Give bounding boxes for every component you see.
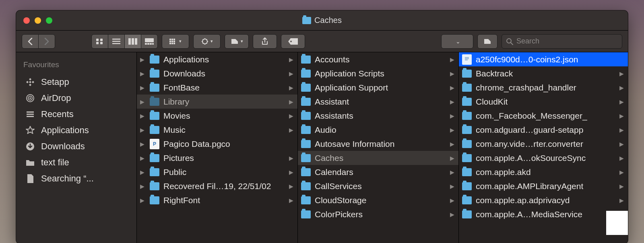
- folder-row[interactable]: ▶Public▶: [137, 165, 297, 179]
- gallery-view-button[interactable]: [141, 34, 158, 49]
- setapp-icon: [25, 77, 35, 87]
- item-name: Autosave Information: [315, 139, 394, 149]
- svg-rect-14: [152, 43, 154, 45]
- folder-row[interactable]: ▶Autosave Information▶: [298, 137, 458, 151]
- dropbox-button[interactable]: ▾: [225, 34, 249, 49]
- folder-row[interactable]: ▶Applications▶: [137, 52, 297, 66]
- folder-icon: [150, 112, 159, 120]
- preview-toggle-button[interactable]: [477, 34, 497, 49]
- folder-row[interactable]: ▶com._Facebook_Messenger_▶: [459, 109, 628, 123]
- share-button[interactable]: [253, 34, 277, 49]
- folder-row[interactable]: ▶Backtrack▶: [459, 66, 628, 80]
- disclosure-right-icon: ▶: [450, 70, 454, 77]
- folder-row[interactable]: ▶CloudStorage▶: [298, 193, 458, 207]
- list-view-button[interactable]: [108, 34, 125, 49]
- back-button[interactable]: [22, 34, 39, 49]
- file-row[interactable]: ▶PPagico Data.pgco▶: [137, 137, 297, 151]
- icon-view-button[interactable]: [91, 34, 108, 49]
- disclosure-right-icon: ▶: [619, 127, 624, 133]
- sidebar-item-downloads[interactable]: Downloads: [16, 138, 136, 154]
- folder-row[interactable]: ▶Audio▶: [298, 123, 458, 137]
- path-dropdown-button[interactable]: ⌄: [441, 34, 473, 49]
- folder-row[interactable]: ▶RightFont▶: [137, 193, 297, 207]
- folder-row[interactable]: ▶Pictures▶: [137, 151, 297, 165]
- folder-row[interactable]: ▶CallServices▶: [298, 179, 458, 193]
- folder-row[interactable]: ▶Accounts▶: [298, 52, 458, 66]
- folder-row[interactable]: ▶CloudKit▶: [459, 95, 628, 109]
- folder-row[interactable]: ▶chrome_crashpad_handler▶: [459, 80, 628, 95]
- tags-button[interactable]: [281, 34, 305, 49]
- folder-row[interactable]: ▶Application Scripts▶: [298, 66, 458, 80]
- sidebar-item-setapp[interactable]: Setapp: [16, 74, 136, 90]
- window-controls: [16, 17, 52, 24]
- forward-button[interactable]: [38, 34, 55, 49]
- svg-rect-4: [112, 39, 120, 40]
- disclosure-right-icon: ▶: [450, 113, 454, 119]
- folder-row[interactable]: ▶Recovered Fil…19, 22/51/02▶: [137, 179, 297, 193]
- folder-row[interactable]: ▶Movies▶: [137, 109, 297, 123]
- minimize-window-button[interactable]: [35, 17, 41, 24]
- disclosure-right-icon: ▶: [289, 99, 293, 105]
- folder-row[interactable]: ▶com.apple.ap.adprivacyd▶: [459, 193, 628, 207]
- disclosure-right-icon: ▶: [450, 141, 454, 147]
- folder-row[interactable]: ▶Library▶: [137, 95, 297, 109]
- folder-row[interactable]: ▶ColorPickers▶: [298, 207, 458, 221]
- folder-row[interactable]: ▶Assistants▶: [298, 109, 458, 123]
- folder-icon: [302, 17, 311, 24]
- sidebar-item-recents[interactable]: Recents: [16, 106, 136, 122]
- folder-row[interactable]: ▶Assistant▶: [298, 95, 458, 109]
- folder-row[interactable]: ▶com.apple.A…okSourceSync▶: [459, 151, 628, 165]
- svg-rect-15: [169, 39, 171, 40]
- recents-icon: [25, 109, 35, 119]
- column-view-button[interactable]: [124, 34, 141, 49]
- folder-row[interactable]: ▶Calendars▶: [298, 165, 458, 179]
- item-name: Pagico Data.pgco: [163, 139, 230, 149]
- item-name: Accounts: [315, 55, 349, 64]
- sidebar-item-searching-[interactable]: Searching “...: [16, 171, 136, 187]
- group-by-button[interactable]: ▾: [162, 34, 189, 49]
- folder-row[interactable]: ▶Application Support▶: [298, 80, 458, 95]
- folder-icon: [462, 168, 472, 176]
- folder-row[interactable]: ▶Downloads▶: [137, 66, 297, 80]
- svg-rect-20: [173, 41, 175, 42]
- file-row[interactable]: ▶a250fc900d…0-coins2.json▶: [459, 52, 628, 66]
- zoom-window-button[interactable]: [46, 17, 52, 24]
- unknown-overlay: [606, 211, 628, 235]
- folder-row[interactable]: ▶Caches▶: [298, 151, 458, 165]
- folder-row[interactable]: ▶Music▶: [137, 123, 297, 137]
- sidebar-item-airdrop[interactable]: AirDrop: [16, 90, 136, 106]
- airdrop-icon: [25, 93, 35, 103]
- svg-rect-16: [171, 39, 173, 40]
- item-name: a250fc900d…0-coins2.json: [476, 55, 578, 64]
- sidebar-item-text-file[interactable]: text file: [16, 154, 136, 171]
- disclosure-right-icon: ▶: [619, 183, 624, 189]
- svg-rect-3: [100, 42, 103, 44]
- search-field[interactable]: [502, 34, 622, 49]
- folder-icon: [150, 84, 159, 92]
- folder-row[interactable]: ▶com.any.vide…rter.converter▶: [459, 137, 628, 151]
- view-mode-group: [91, 34, 158, 49]
- folder-row[interactable]: ▶com.apple.A…MediaService▶: [459, 207, 628, 221]
- close-window-button[interactable]: [23, 17, 30, 24]
- disclosure-right-icon: ▶: [450, 183, 454, 189]
- disclosure-right-icon: ▶: [450, 197, 454, 204]
- sidebar-item-applications[interactable]: Applications: [16, 122, 136, 138]
- window-body: Favourites SetappAirDropRecentsApplicati…: [16, 52, 628, 243]
- folder-row[interactable]: ▶com.apple.AMPLibraryAgent▶: [459, 179, 628, 193]
- chevron-down-icon: ▾: [241, 39, 243, 44]
- folder-row[interactable]: ▶com.adguard…guard-setapp▶: [459, 123, 628, 137]
- folder-row[interactable]: ▶com.apple.akd▶: [459, 165, 628, 179]
- action-menu-button[interactable]: ▾: [193, 34, 221, 49]
- column-2[interactable]: ▶a250fc900d…0-coins2.json▶▶Backtrack▶▶ch…: [459, 52, 628, 243]
- item-name: Applications: [163, 55, 209, 64]
- folder-row[interactable]: ▶FontBase▶: [137, 80, 297, 95]
- disclosure-right-icon: ▶: [450, 155, 454, 161]
- item-name: Public: [163, 167, 186, 177]
- column-0[interactable]: ▶Applications▶▶Downloads▶▶FontBase▶▶Libr…: [137, 52, 298, 243]
- folder-icon: [301, 196, 311, 204]
- search-input[interactable]: [516, 37, 618, 45]
- folder-icon: [150, 154, 159, 162]
- item-name: Music: [163, 125, 186, 135]
- disclosure-right-icon: ▶: [619, 84, 624, 91]
- column-1[interactable]: ▶Accounts▶▶Application Scripts▶▶Applicat…: [298, 52, 459, 243]
